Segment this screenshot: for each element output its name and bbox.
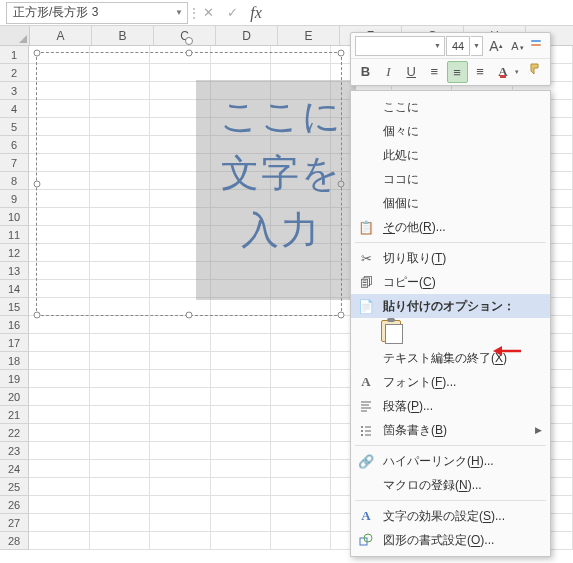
italic-button[interactable]: I	[378, 61, 399, 83]
cell[interactable]	[29, 532, 89, 550]
cell[interactable]	[29, 388, 89, 406]
resize-handle-se[interactable]	[338, 312, 345, 319]
ime-candidate[interactable]: 此処に	[351, 143, 550, 167]
resize-handle-sw[interactable]	[34, 312, 41, 319]
cell[interactable]	[150, 424, 210, 442]
row-header[interactable]: 18	[0, 352, 29, 370]
cell[interactable]	[271, 532, 331, 550]
paste-option-button[interactable]	[381, 320, 401, 342]
ime-candidate[interactable]: 個個に	[351, 191, 550, 215]
cell[interactable]	[211, 514, 271, 532]
cell[interactable]	[150, 514, 210, 532]
row-header[interactable]: 7	[0, 154, 29, 172]
styles-button[interactable]	[526, 36, 546, 56]
font-size-dropdown-icon[interactable]: ▼	[471, 36, 483, 56]
resize-handle-nw[interactable]	[34, 50, 41, 57]
menu-cut[interactable]: ✂切り取り(T)	[351, 246, 550, 270]
row-header[interactable]: 26	[0, 496, 29, 514]
cell[interactable]	[271, 424, 331, 442]
cell[interactable]	[29, 442, 89, 460]
row-header[interactable]: 17	[0, 334, 29, 352]
format-painter-button[interactable]	[525, 61, 546, 83]
cell[interactable]	[211, 406, 271, 424]
cell[interactable]	[90, 406, 150, 424]
cell[interactable]	[29, 406, 89, 424]
cell[interactable]	[90, 370, 150, 388]
bold-button[interactable]: B	[355, 61, 376, 83]
cell[interactable]	[150, 496, 210, 514]
cell[interactable]	[211, 532, 271, 550]
grow-font-button[interactable]: A▴	[484, 36, 504, 56]
row-header[interactable]: 4	[0, 100, 29, 118]
cell[interactable]	[90, 478, 150, 496]
cell[interactable]	[29, 334, 89, 352]
cell[interactable]	[90, 496, 150, 514]
menu-hyperlink[interactable]: 🔗ハイパーリンク(H)...	[351, 449, 550, 473]
cell[interactable]	[90, 388, 150, 406]
row-header[interactable]: 15	[0, 298, 29, 316]
row-header[interactable]: 11	[0, 226, 29, 244]
cell[interactable]	[211, 424, 271, 442]
align-left-button[interactable]: ≡	[424, 61, 445, 83]
resize-handle-n[interactable]	[186, 50, 193, 57]
row-header[interactable]: 21	[0, 406, 29, 424]
menu-text-effect[interactable]: A文字の効果の設定(S)...	[351, 504, 550, 528]
name-box-dropdown-icon[interactable]: ▼	[175, 8, 183, 17]
underline-button[interactable]: U	[401, 61, 422, 83]
font-name-combo[interactable]: ▼	[355, 36, 445, 56]
cell[interactable]	[29, 424, 89, 442]
menu-other[interactable]: 📋その他(R)...	[351, 215, 550, 239]
resize-handle-w[interactable]	[34, 181, 41, 188]
cell[interactable]	[29, 316, 89, 334]
menu-copy[interactable]: 🗐コピー(C)	[351, 270, 550, 294]
resize-handle-s[interactable]	[186, 312, 193, 319]
row-header[interactable]: 25	[0, 478, 29, 496]
cell[interactable]	[271, 460, 331, 478]
row-header[interactable]: 9	[0, 190, 29, 208]
cell[interactable]	[211, 370, 271, 388]
col-header[interactable]: B	[92, 26, 154, 45]
col-header[interactable]: E	[278, 26, 340, 45]
cell[interactable]	[90, 460, 150, 478]
cell[interactable]	[211, 334, 271, 352]
shrink-font-button[interactable]: A▾	[505, 36, 525, 56]
menu-shape-format[interactable]: 図形の書式設定(O)...	[351, 528, 550, 552]
cell[interactable]	[150, 388, 210, 406]
cell[interactable]	[150, 478, 210, 496]
cell[interactable]	[90, 532, 150, 550]
row-header[interactable]: 14	[0, 280, 29, 298]
row-header[interactable]: 22	[0, 424, 29, 442]
cell[interactable]	[211, 442, 271, 460]
align-right-button[interactable]: ≡	[470, 61, 491, 83]
font-color-button[interactable]: A	[493, 61, 514, 83]
cell[interactable]	[90, 514, 150, 532]
cell[interactable]	[90, 316, 150, 334]
row-header[interactable]: 19	[0, 370, 29, 388]
fx-button[interactable]: fx	[244, 4, 268, 22]
row-header[interactable]: 3	[0, 82, 29, 100]
cell[interactable]	[150, 370, 210, 388]
cell[interactable]	[90, 424, 150, 442]
cell[interactable]	[150, 460, 210, 478]
confirm-button[interactable]: ✓	[220, 5, 244, 20]
ime-candidate[interactable]: 個々に	[351, 119, 550, 143]
cell[interactable]	[271, 352, 331, 370]
menu-exit-text-edit[interactable]: テキスト編集の終了(X)	[351, 346, 550, 370]
row-header[interactable]: 8	[0, 172, 29, 190]
cell[interactable]	[211, 352, 271, 370]
menu-font[interactable]: Aフォント(F)...	[351, 370, 550, 394]
cell[interactable]	[29, 496, 89, 514]
col-header[interactable]: D	[216, 26, 278, 45]
cell[interactable]	[90, 442, 150, 460]
menu-bullets[interactable]: 箇条書き(B)▶	[351, 418, 550, 442]
font-size-combo[interactable]: 44	[446, 36, 470, 56]
row-header[interactable]: 28	[0, 532, 29, 550]
menu-paste-options[interactable]: 📄貼り付けのオプション：	[351, 294, 550, 318]
row-header[interactable]: 1	[0, 46, 29, 64]
cell[interactable]	[271, 442, 331, 460]
row-header[interactable]: 27	[0, 514, 29, 532]
cell[interactable]	[271, 316, 331, 334]
cell[interactable]	[150, 316, 210, 334]
cell[interactable]	[271, 496, 331, 514]
row-header[interactable]: 12	[0, 244, 29, 262]
